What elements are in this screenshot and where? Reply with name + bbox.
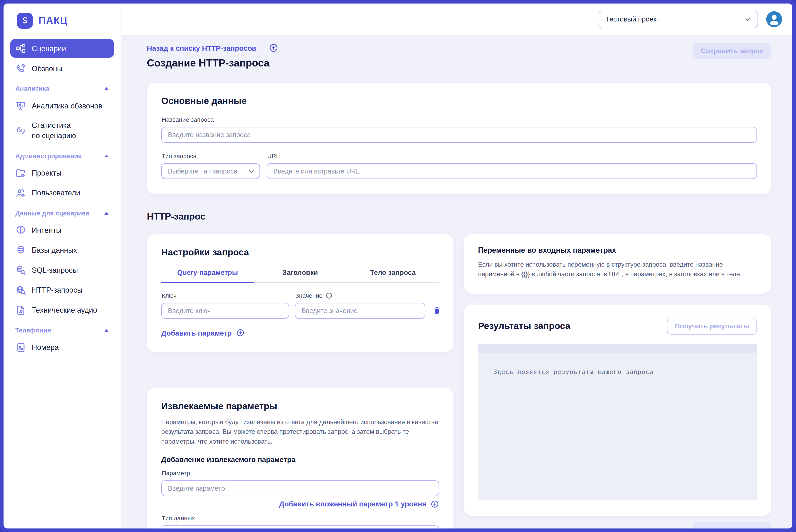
app-title: ПАКЦ bbox=[38, 15, 68, 27]
request-name-input[interactable] bbox=[161, 127, 757, 143]
add-param-link[interactable]: Добавить параметр bbox=[161, 328, 245, 337]
back-link[interactable]: Назад к списку HTTP-запросов bbox=[147, 44, 256, 52]
variables-text: Если вы хотите использовать переменную в… bbox=[478, 260, 757, 280]
collapse-triangle-icon bbox=[104, 86, 109, 91]
section-label: Администрирование bbox=[15, 152, 82, 159]
users-gear-icon bbox=[15, 187, 26, 198]
request-type-select-input[interactable] bbox=[161, 163, 260, 179]
topbar: Тестовый проект bbox=[121, 4, 792, 35]
plus-circle-icon bbox=[430, 500, 439, 509]
add-extract-section-title: Добавление извлекаемого параметра bbox=[161, 455, 439, 463]
extract-param-input[interactable] bbox=[161, 480, 439, 496]
sidebar-item-calls[interactable]: Обзвоны bbox=[10, 59, 114, 78]
sidebar-item-sql[interactable]: SQL-запросы bbox=[10, 261, 114, 280]
basic-data-card: Основные данные Название запроса Тип зап… bbox=[147, 83, 772, 194]
sidebar-item-tech-audio[interactable]: Технические аудио bbox=[10, 301, 114, 320]
nested-row: Добавить вложенный параметр 1 уровня bbox=[161, 496, 439, 508]
sidebar-item-databases[interactable]: Базы данных bbox=[10, 241, 114, 260]
sidebar-section-admin[interactable]: Администрирование bbox=[10, 152, 114, 159]
param-label: Параметр bbox=[162, 469, 439, 477]
sidebar-section-data[interactable]: Данные для сценариев bbox=[10, 210, 114, 217]
sidebar-item-numbers[interactable]: Номера bbox=[10, 338, 114, 357]
data-type-select-input[interactable] bbox=[161, 525, 439, 529]
tab-body[interactable]: Тело запроса bbox=[347, 269, 439, 283]
contacts-phone-icon bbox=[15, 342, 26, 353]
tab-query-params[interactable]: Query-параметры bbox=[161, 269, 254, 283]
flow-icon bbox=[15, 43, 26, 54]
breadcrumb: Назад к списку HTTP-запросов bbox=[147, 43, 772, 53]
sidebar-item-label: SQL-запросы bbox=[32, 266, 78, 274]
bottom-save-row: Сохранить запрос bbox=[464, 522, 772, 529]
sidebar-item-label: HTTP-запросы bbox=[32, 286, 82, 294]
logo: ПАКЦ bbox=[4, 13, 121, 29]
add-nested-param-link[interactable]: Добавить вложенный параметр 1 уровня bbox=[279, 500, 439, 509]
results-header: Результаты запроса Получить результаты bbox=[478, 318, 757, 335]
sidebar-section-analytics[interactable]: Аналитика bbox=[10, 85, 114, 92]
right-column: Переменные во входных параметрах Если вы… bbox=[464, 234, 772, 529]
add-nested-label: Добавить вложенный параметр 1 уровня bbox=[279, 500, 426, 508]
data-type-label: Тип данных bbox=[162, 514, 439, 521]
avatar[interactable] bbox=[766, 11, 782, 27]
sidebar: ПАКЦ Сценарии bbox=[4, 4, 121, 529]
results-empty-text: Здесь появятся результаты вашего запроса bbox=[494, 368, 653, 375]
brain-icon bbox=[15, 225, 26, 236]
request-settings-card: Настройки запроса Query-параметры Заголо… bbox=[147, 234, 454, 352]
sidebar-item-label: Сценарии bbox=[32, 44, 66, 52]
param-key-input[interactable] bbox=[161, 303, 289, 319]
results-box: Здесь появятся результаты вашего запроса bbox=[478, 344, 757, 500]
sidebar-item-users[interactable]: Пользователи bbox=[10, 183, 114, 202]
project-select[interactable]: Тестовый проект bbox=[598, 11, 758, 28]
database-icon bbox=[15, 245, 26, 255]
sidebar-item-analytics-calls[interactable]: Аналитика обзвонов bbox=[10, 96, 114, 115]
sidebar-section-telephony[interactable]: Телефония bbox=[10, 327, 114, 334]
data-type-select[interactable] bbox=[161, 525, 439, 529]
request-type-select[interactable] bbox=[161, 163, 260, 179]
database-search-icon bbox=[15, 265, 26, 276]
sidebar-item-scenarios[interactable]: Сценарии bbox=[10, 39, 114, 58]
collapse-triangle-icon bbox=[104, 328, 109, 333]
save-request-button-bottom[interactable]: Сохранить запрос bbox=[692, 522, 772, 529]
sidebar-item-http[interactable]: HTTP-запросы bbox=[10, 281, 114, 300]
param-row: Ключ Значение bbox=[161, 292, 439, 319]
settings-tabs: Query-параметры Заголовки Тело запроса bbox=[161, 269, 439, 284]
project-select-value: Тестовый проект bbox=[606, 15, 660, 23]
card-title: Извлекаемые параметры bbox=[161, 401, 439, 412]
value-label: Значение bbox=[295, 292, 425, 299]
collapse-triangle-icon bbox=[104, 211, 109, 216]
plus-circle-icon[interactable] bbox=[269, 43, 278, 53]
variables-card: Переменные во входных параметрах Если вы… bbox=[464, 234, 772, 293]
page-title: Создание HTTP-запроса bbox=[147, 57, 772, 69]
app-window: ПАКЦ Сценарии bbox=[0, 0, 796, 532]
plus-circle-icon bbox=[236, 328, 245, 337]
url-label: URL bbox=[267, 152, 757, 159]
extracted-params-card: Извлекаемые параметры Параметры, которые… bbox=[147, 387, 454, 529]
sidebar-item-label: Обзвоны bbox=[32, 64, 62, 72]
globe-search-icon bbox=[15, 285, 26, 296]
sidebar-item-projects[interactable]: Проекты bbox=[10, 164, 114, 183]
http-request-grid: Настройки запроса Query-параметры Заголо… bbox=[147, 234, 772, 529]
sidebar-item-label: Интенты bbox=[32, 226, 61, 234]
save-request-button-top[interactable]: Сохранить запрос bbox=[692, 43, 772, 59]
key-label: Ключ bbox=[162, 292, 289, 299]
section-label: Телефония bbox=[15, 327, 51, 334]
param-value-input[interactable] bbox=[295, 303, 425, 319]
sidebar-item-label: Базы данных bbox=[32, 246, 77, 254]
results-card: Результаты запроса Получить результаты З… bbox=[464, 305, 772, 515]
presentation-chart-icon bbox=[15, 100, 26, 111]
folder-gear-icon bbox=[15, 168, 26, 178]
get-results-button[interactable]: Получить результаты bbox=[667, 318, 757, 335]
section-label: Аналитика bbox=[15, 85, 49, 92]
sidebar-item-stats[interactable]: Статистикапо сценарию bbox=[10, 116, 114, 145]
info-circle-icon[interactable] bbox=[326, 292, 333, 299]
tab-headers[interactable]: Заголовки bbox=[254, 269, 347, 283]
sidebar-item-label: Номера bbox=[32, 343, 59, 352]
extract-description: Параметры, которые будут извлечены из от… bbox=[161, 417, 439, 447]
delete-param-button[interactable] bbox=[432, 305, 441, 315]
audio-file-icon bbox=[15, 305, 26, 316]
url-input[interactable] bbox=[267, 163, 757, 179]
chevron-down-icon bbox=[744, 15, 752, 23]
sidebar-item-label: Аналитика обзвонов bbox=[32, 101, 103, 110]
sidebar-item-intents[interactable]: Интенты bbox=[10, 221, 114, 240]
http-section-title: HTTP-запрос bbox=[147, 211, 772, 222]
page-content: Назад к списку HTTP-запросов Создание HT… bbox=[121, 35, 792, 529]
